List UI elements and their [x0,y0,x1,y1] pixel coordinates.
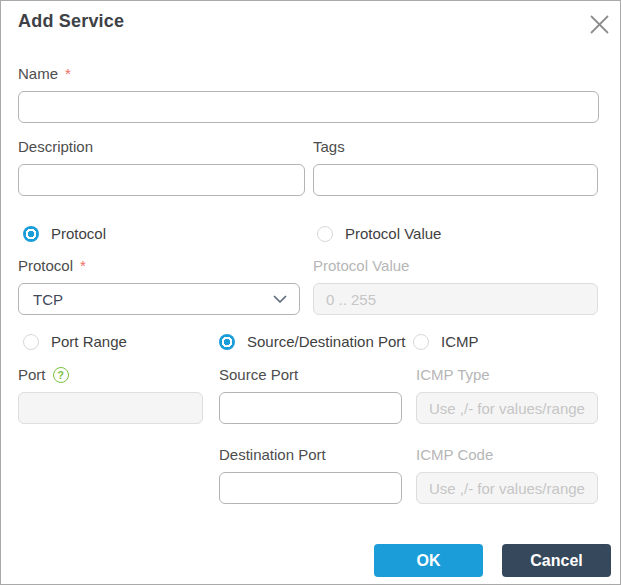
icmp-radio[interactable]: ICMP [413,333,479,350]
name-label: Name * [18,65,599,83]
source-destination-port-radio-label: Source/Destination Port [247,333,405,350]
ok-button[interactable]: OK [374,544,483,577]
radio-button-icon [23,334,39,350]
protocol-label: Protocol * [18,257,300,275]
name-input[interactable] [18,91,599,123]
source-port-field-group: Source Port [219,366,402,424]
description-label: Description [18,138,305,156]
icmp-code-input [416,472,598,504]
icmp-type-field-group: ICMP Type [416,366,598,424]
source-port-label: Source Port [219,366,402,384]
tags-field-group: Tags [313,138,598,196]
icmp-type-input [416,392,598,424]
protocol-value-input [313,283,598,315]
port-input [18,392,203,424]
page-title: Add Service [18,11,124,32]
port-field-group: Port ? [18,366,203,424]
required-asterisk: * [80,257,86,275]
destination-port-input[interactable] [219,472,402,504]
tags-input[interactable] [313,164,598,196]
protocol-select[interactable]: TCP [18,283,300,315]
icmp-radio-label: ICMP [441,333,479,350]
add-service-dialog: Add Service Name * Description Tags Prot… [0,0,621,585]
help-icon[interactable]: ? [53,367,69,383]
description-input[interactable] [18,164,305,196]
destination-port-field-group: Destination Port [219,446,402,504]
source-destination-port-radio[interactable]: Source/Destination Port [219,333,405,350]
icmp-type-label: ICMP Type [416,366,598,384]
required-asterisk: * [65,65,71,83]
icmp-code-label: ICMP Code [416,446,598,464]
radio-button-icon [413,334,429,350]
protocol-field-group: Protocol * TCP [18,257,300,315]
radio-button-icon [23,226,39,242]
tags-label: Tags [313,138,598,156]
source-port-input[interactable] [219,392,402,424]
description-field-group: Description [18,138,305,196]
protocol-value-radio-label: Protocol Value [345,225,441,242]
protocol-value-radio[interactable]: Protocol Value [317,225,441,242]
name-field-group: Name * [18,65,599,123]
port-range-radio-label: Port Range [51,333,127,350]
protocol-radio-label: Protocol [51,225,106,242]
close-icon[interactable] [586,11,612,37]
protocol-radio[interactable]: Protocol [23,225,106,242]
radio-button-icon [219,334,235,350]
port-label: Port ? [18,366,203,384]
port-range-radio[interactable]: Port Range [23,333,127,350]
protocol-value-field-group: Protocol Value [313,257,598,315]
chevron-down-icon [273,295,287,304]
icmp-code-field-group: ICMP Code [416,446,598,504]
protocol-value-label: Protocol Value [313,257,598,275]
cancel-button[interactable]: Cancel [502,544,611,577]
destination-port-label: Destination Port [219,446,402,464]
protocol-select-value: TCP [33,291,63,308]
radio-button-icon [317,226,333,242]
